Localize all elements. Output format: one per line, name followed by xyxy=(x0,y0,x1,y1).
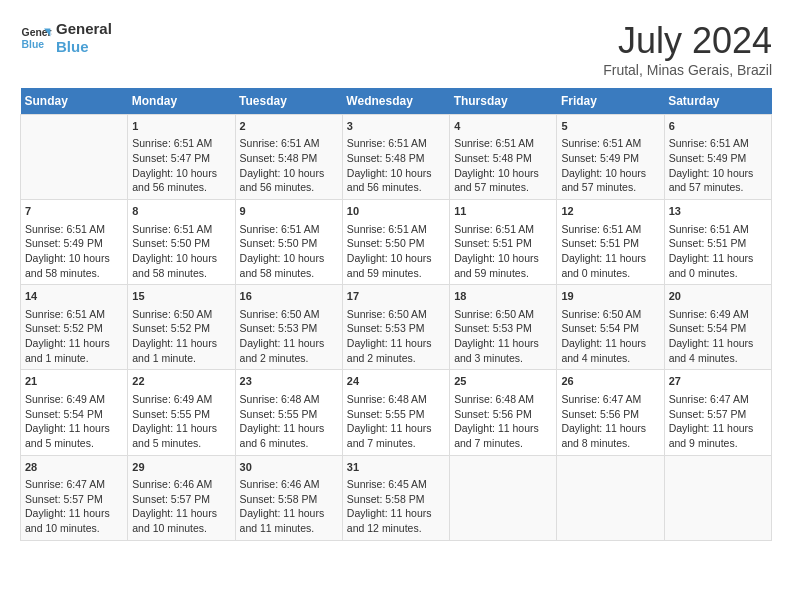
calendar-cell: 16Sunrise: 6:50 AM Sunset: 5:53 PM Dayli… xyxy=(235,285,342,370)
calendar-header-row: SundayMondayTuesdayWednesdayThursdayFrid… xyxy=(21,88,772,115)
calendar-cell: 7Sunrise: 6:51 AM Sunset: 5:49 PM Daylig… xyxy=(21,200,128,285)
calendar-cell: 24Sunrise: 6:48 AM Sunset: 5:55 PM Dayli… xyxy=(342,370,449,455)
day-number: 19 xyxy=(561,289,659,304)
header-friday: Friday xyxy=(557,88,664,115)
calendar-cell: 27Sunrise: 6:47 AM Sunset: 5:57 PM Dayli… xyxy=(664,370,771,455)
day-info: Sunrise: 6:49 AM Sunset: 5:54 PM Dayligh… xyxy=(25,392,123,451)
day-info: Sunrise: 6:50 AM Sunset: 5:52 PM Dayligh… xyxy=(132,307,230,366)
calendar-cell: 18Sunrise: 6:50 AM Sunset: 5:53 PM Dayli… xyxy=(450,285,557,370)
day-info: Sunrise: 6:46 AM Sunset: 5:57 PM Dayligh… xyxy=(132,477,230,536)
day-info: Sunrise: 6:51 AM Sunset: 5:51 PM Dayligh… xyxy=(669,222,767,281)
day-info: Sunrise: 6:51 AM Sunset: 5:52 PM Dayligh… xyxy=(25,307,123,366)
day-info: Sunrise: 6:50 AM Sunset: 5:53 PM Dayligh… xyxy=(454,307,552,366)
day-number: 29 xyxy=(132,460,230,475)
header-thursday: Thursday xyxy=(450,88,557,115)
calendar-week-4: 21Sunrise: 6:49 AM Sunset: 5:54 PM Dayli… xyxy=(21,370,772,455)
day-number: 8 xyxy=(132,204,230,219)
day-info: Sunrise: 6:47 AM Sunset: 5:57 PM Dayligh… xyxy=(669,392,767,451)
day-info: Sunrise: 6:51 AM Sunset: 5:48 PM Dayligh… xyxy=(240,136,338,195)
day-number: 11 xyxy=(454,204,552,219)
day-number: 22 xyxy=(132,374,230,389)
calendar-cell: 19Sunrise: 6:50 AM Sunset: 5:54 PM Dayli… xyxy=(557,285,664,370)
day-info: Sunrise: 6:51 AM Sunset: 5:51 PM Dayligh… xyxy=(561,222,659,281)
day-info: Sunrise: 6:51 AM Sunset: 5:51 PM Dayligh… xyxy=(454,222,552,281)
day-info: Sunrise: 6:48 AM Sunset: 5:55 PM Dayligh… xyxy=(240,392,338,451)
location: Frutal, Minas Gerais, Brazil xyxy=(603,62,772,78)
calendar-cell: 25Sunrise: 6:48 AM Sunset: 5:56 PM Dayli… xyxy=(450,370,557,455)
calendar-week-5: 28Sunrise: 6:47 AM Sunset: 5:57 PM Dayli… xyxy=(21,455,772,540)
day-number: 15 xyxy=(132,289,230,304)
calendar-cell: 1Sunrise: 6:51 AM Sunset: 5:47 PM Daylig… xyxy=(128,115,235,200)
calendar-cell: 6Sunrise: 6:51 AM Sunset: 5:49 PM Daylig… xyxy=(664,115,771,200)
calendar-cell: 26Sunrise: 6:47 AM Sunset: 5:56 PM Dayli… xyxy=(557,370,664,455)
day-number: 5 xyxy=(561,119,659,134)
calendar-cell: 23Sunrise: 6:48 AM Sunset: 5:55 PM Dayli… xyxy=(235,370,342,455)
day-number: 31 xyxy=(347,460,445,475)
day-info: Sunrise: 6:48 AM Sunset: 5:55 PM Dayligh… xyxy=(347,392,445,451)
header-sunday: Sunday xyxy=(21,88,128,115)
calendar-cell: 29Sunrise: 6:46 AM Sunset: 5:57 PM Dayli… xyxy=(128,455,235,540)
calendar-cell: 20Sunrise: 6:49 AM Sunset: 5:54 PM Dayli… xyxy=(664,285,771,370)
calendar-week-1: 1Sunrise: 6:51 AM Sunset: 5:47 PM Daylig… xyxy=(21,115,772,200)
calendar-week-2: 7Sunrise: 6:51 AM Sunset: 5:49 PM Daylig… xyxy=(21,200,772,285)
day-number: 28 xyxy=(25,460,123,475)
day-info: Sunrise: 6:50 AM Sunset: 5:54 PM Dayligh… xyxy=(561,307,659,366)
calendar-cell: 17Sunrise: 6:50 AM Sunset: 5:53 PM Dayli… xyxy=(342,285,449,370)
calendar-cell: 10Sunrise: 6:51 AM Sunset: 5:50 PM Dayli… xyxy=(342,200,449,285)
day-info: Sunrise: 6:47 AM Sunset: 5:57 PM Dayligh… xyxy=(25,477,123,536)
page-header: General Blue General Blue July 2024 Frut… xyxy=(20,20,772,78)
day-number: 24 xyxy=(347,374,445,389)
calendar-cell: 28Sunrise: 6:47 AM Sunset: 5:57 PM Dayli… xyxy=(21,455,128,540)
day-info: Sunrise: 6:50 AM Sunset: 5:53 PM Dayligh… xyxy=(240,307,338,366)
day-number: 4 xyxy=(454,119,552,134)
day-number: 12 xyxy=(561,204,659,219)
day-info: Sunrise: 6:51 AM Sunset: 5:48 PM Dayligh… xyxy=(347,136,445,195)
calendar-cell xyxy=(664,455,771,540)
day-info: Sunrise: 6:45 AM Sunset: 5:58 PM Dayligh… xyxy=(347,477,445,536)
calendar-cell: 12Sunrise: 6:51 AM Sunset: 5:51 PM Dayli… xyxy=(557,200,664,285)
day-info: Sunrise: 6:50 AM Sunset: 5:53 PM Dayligh… xyxy=(347,307,445,366)
day-number: 9 xyxy=(240,204,338,219)
calendar-cell: 30Sunrise: 6:46 AM Sunset: 5:58 PM Dayli… xyxy=(235,455,342,540)
day-number: 3 xyxy=(347,119,445,134)
calendar-cell: 31Sunrise: 6:45 AM Sunset: 5:58 PM Dayli… xyxy=(342,455,449,540)
day-number: 2 xyxy=(240,119,338,134)
calendar-cell: 3Sunrise: 6:51 AM Sunset: 5:48 PM Daylig… xyxy=(342,115,449,200)
calendar-cell xyxy=(21,115,128,200)
header-monday: Monday xyxy=(128,88,235,115)
day-number: 25 xyxy=(454,374,552,389)
day-number: 10 xyxy=(347,204,445,219)
day-info: Sunrise: 6:51 AM Sunset: 5:49 PM Dayligh… xyxy=(561,136,659,195)
calendar-cell: 4Sunrise: 6:51 AM Sunset: 5:48 PM Daylig… xyxy=(450,115,557,200)
day-number: 1 xyxy=(132,119,230,134)
calendar-cell: 8Sunrise: 6:51 AM Sunset: 5:50 PM Daylig… xyxy=(128,200,235,285)
calendar-cell: 2Sunrise: 6:51 AM Sunset: 5:48 PM Daylig… xyxy=(235,115,342,200)
month-title: July 2024 xyxy=(603,20,772,62)
calendar-cell: 9Sunrise: 6:51 AM Sunset: 5:50 PM Daylig… xyxy=(235,200,342,285)
calendar-table: SundayMondayTuesdayWednesdayThursdayFrid… xyxy=(20,88,772,541)
day-number: 7 xyxy=(25,204,123,219)
day-number: 13 xyxy=(669,204,767,219)
day-info: Sunrise: 6:51 AM Sunset: 5:48 PM Dayligh… xyxy=(454,136,552,195)
day-number: 27 xyxy=(669,374,767,389)
svg-text:Blue: Blue xyxy=(22,39,45,50)
day-info: Sunrise: 6:51 AM Sunset: 5:49 PM Dayligh… xyxy=(669,136,767,195)
calendar-cell: 5Sunrise: 6:51 AM Sunset: 5:49 PM Daylig… xyxy=(557,115,664,200)
calendar-cell: 14Sunrise: 6:51 AM Sunset: 5:52 PM Dayli… xyxy=(21,285,128,370)
day-number: 16 xyxy=(240,289,338,304)
day-info: Sunrise: 6:51 AM Sunset: 5:50 PM Dayligh… xyxy=(240,222,338,281)
header-wednesday: Wednesday xyxy=(342,88,449,115)
day-number: 14 xyxy=(25,289,123,304)
day-info: Sunrise: 6:51 AM Sunset: 5:50 PM Dayligh… xyxy=(347,222,445,281)
header-tuesday: Tuesday xyxy=(235,88,342,115)
calendar-cell xyxy=(557,455,664,540)
calendar-cell: 15Sunrise: 6:50 AM Sunset: 5:52 PM Dayli… xyxy=(128,285,235,370)
calendar-cell: 11Sunrise: 6:51 AM Sunset: 5:51 PM Dayli… xyxy=(450,200,557,285)
day-number: 6 xyxy=(669,119,767,134)
day-number: 18 xyxy=(454,289,552,304)
logo-icon: General Blue xyxy=(20,22,52,54)
header-saturday: Saturday xyxy=(664,88,771,115)
calendar-cell: 13Sunrise: 6:51 AM Sunset: 5:51 PM Dayli… xyxy=(664,200,771,285)
title-block: July 2024 Frutal, Minas Gerais, Brazil xyxy=(603,20,772,78)
day-info: Sunrise: 6:51 AM Sunset: 5:49 PM Dayligh… xyxy=(25,222,123,281)
